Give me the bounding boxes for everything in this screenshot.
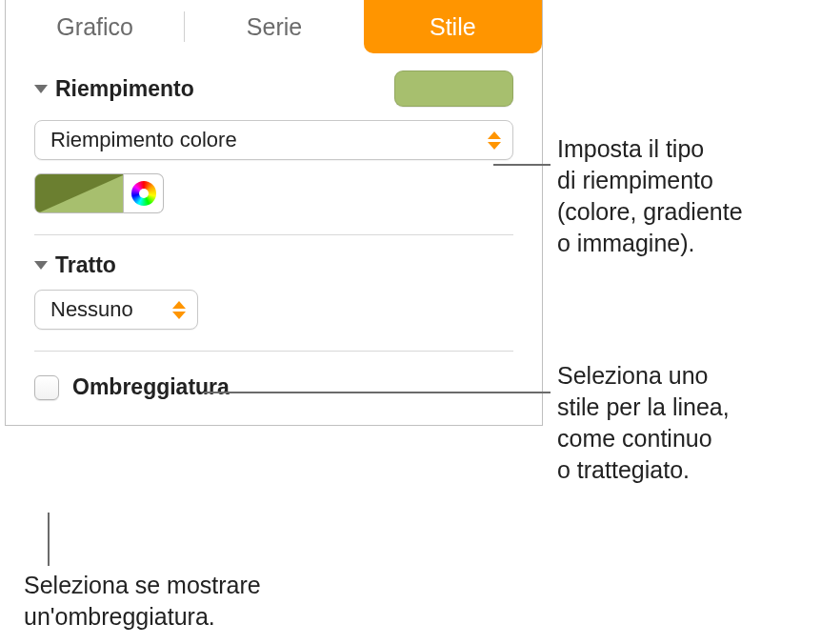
shadow-checkbox[interactable] [34,375,59,400]
stroke-value: Nessuno [50,297,133,322]
fill-title-wrap[interactable]: Riempimento [34,76,194,102]
popup-arrows-icon [482,126,507,154]
tab-bar: Grafico Serie Stile [6,0,542,53]
tab-style[interactable]: Stile [364,0,542,53]
fill-type-value: Riempimento colore [50,128,237,152]
fill-section: Riempimento Riempimento colore [6,53,542,235]
callout-line [48,513,50,566]
stroke-title-wrap[interactable]: Tratto [34,252,116,278]
shadow-row: Ombreggiatura [6,352,542,425]
stroke-style-dropdown[interactable]: Nessuno [34,290,198,330]
callout-shadow: Seleziona se mostrare un'ombreggiatura. [24,570,261,633]
popup-arrows-icon [167,295,191,324]
fill-color-row [34,173,513,213]
fill-color-swatch[interactable] [34,173,124,213]
color-wheel-icon [131,181,156,206]
stroke-header: Tratto [34,252,513,278]
tab-series[interactable]: Serie [185,0,363,53]
stroke-title: Tratto [55,252,116,278]
tab-series-label: Serie [247,13,302,41]
style-panel: Grafico Serie Stile Riempimento Riempime… [5,0,543,426]
stroke-section: Tratto Nessuno [6,235,542,352]
color-picker-button[interactable] [124,173,164,213]
fill-header: Riempimento [34,70,513,107]
callout-line [205,392,551,393]
shadow-label: Ombreggiatura [72,374,230,400]
disclosure-icon [34,261,48,270]
fill-color-well[interactable] [394,70,513,107]
callout-line [493,164,551,166]
fill-type-dropdown[interactable]: Riempimento colore [34,120,513,160]
swatch-triangle [35,174,124,213]
fill-title: Riempimento [55,76,194,102]
callout-stroke: Seleziona uno stile per la linea, come c… [557,360,730,486]
tab-chart-label: Grafico [56,13,133,41]
tab-chart[interactable]: Grafico [6,0,184,53]
disclosure-icon [34,85,48,93]
tab-style-label: Stile [430,13,476,41]
callout-fill: Imposta il tipo di riempimento (colore, … [557,133,743,259]
